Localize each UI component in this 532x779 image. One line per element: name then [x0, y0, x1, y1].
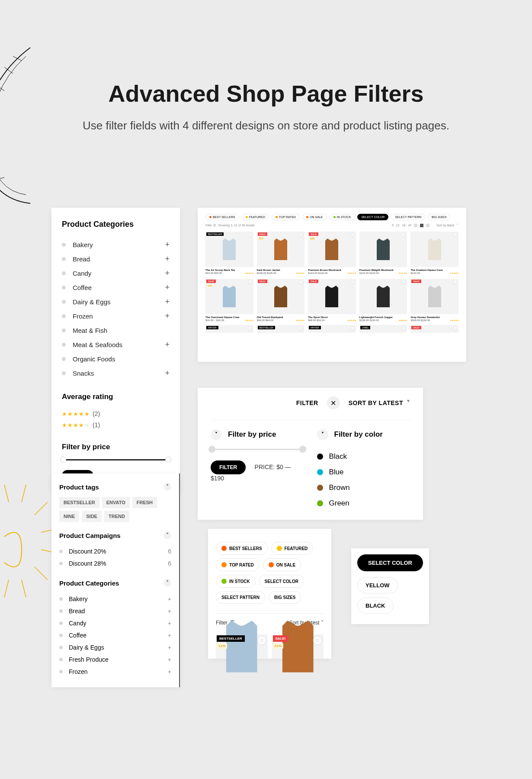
cols-9[interactable]: 9: [392, 224, 394, 227]
plus-icon[interactable]: +: [165, 240, 170, 249]
cols-12[interactable]: 12: [396, 224, 400, 227]
filter-toggle[interactable]: Filter: [205, 224, 212, 227]
plus-icon[interactable]: +: [165, 269, 170, 278]
category-item[interactable]: Fresh Produce+: [59, 653, 171, 666]
product-card[interactable]: The Gradient Alpaca Crew $144.00 ★★★★★: [410, 232, 458, 274]
color-option-black[interactable]: BLACK: [357, 598, 394, 614]
filter-pill[interactable]: ON SALE: [263, 558, 301, 571]
price-slider[interactable]: [62, 459, 170, 460]
filter-pill[interactable]: SELECT COLOR: [259, 575, 304, 588]
chevron-down-icon[interactable]: ˅: [317, 429, 328, 440]
heart-icon[interactable]: [313, 636, 322, 645]
category-item[interactable]: Snacks+: [62, 366, 170, 380]
filter-pill[interactable]: TOP RATED: [216, 558, 260, 571]
plus-icon[interactable]: +: [165, 340, 170, 349]
product-card[interactable]: WINTER: [308, 325, 356, 335]
heart-icon[interactable]: [350, 280, 355, 284]
filter-pill[interactable]: IN STOCK: [216, 575, 256, 588]
filter-pill[interactable]: FEATURED: [242, 214, 269, 220]
category-item[interactable]: Bakery+: [59, 593, 171, 605]
product-card[interactable]: SALE! 21% Dark Brown Jacket $168.00 $135…: [257, 232, 305, 274]
product-card[interactable]: SALE!: [410, 325, 458, 335]
filter-pill[interactable]: SELECT PATTERN: [216, 591, 265, 604]
category-item[interactable]: Frozen+: [62, 309, 170, 323]
category-item[interactable]: Coffee+: [62, 280, 170, 295]
filter-pill[interactable]: BIG SIZES: [428, 214, 450, 220]
color-filter-item[interactable]: Brown: [317, 480, 410, 496]
plus-icon[interactable]: +: [168, 668, 171, 675]
category-item[interactable]: Bakery+: [62, 238, 170, 252]
select-color-button[interactable]: SELECT COLOR: [357, 554, 423, 571]
category-item[interactable]: Candy+: [62, 266, 170, 280]
color-filter-item[interactable]: Green: [317, 496, 410, 511]
filter-pill[interactable]: BIG SIZES: [269, 591, 301, 604]
cols-18[interactable]: 18: [402, 224, 406, 227]
heart-icon[interactable]: [248, 233, 252, 237]
heart-icon[interactable]: [453, 233, 457, 237]
plus-icon[interactable]: +: [168, 632, 171, 639]
plus-icon[interactable]: +: [165, 369, 170, 378]
close-icon[interactable]: ✕: [327, 396, 340, 409]
campaign-item[interactable]: Discount 28%6: [59, 557, 171, 570]
color-option-yellow[interactable]: YELLOW: [357, 577, 398, 593]
color-filter-item[interactable]: Black: [317, 449, 410, 464]
cols-24[interactable]: 24: [408, 224, 411, 227]
plus-icon[interactable]: +: [168, 608, 171, 615]
product-card[interactable]: SALE! Gray Human Sweatshirt $168.00 $160…: [410, 279, 458, 322]
sort-dropdown[interactable]: Sort by latest: [436, 224, 454, 227]
plus-icon[interactable]: +: [165, 312, 170, 321]
sort-by-latest[interactable]: SORT BY LATEST: [349, 399, 403, 406]
rating-filter[interactable]: ★★★★★(1): [62, 419, 170, 431]
plus-icon[interactable]: +: [165, 297, 170, 306]
select-color-pill[interactable]: SELECT COLOR: [357, 214, 388, 220]
plus-icon[interactable]: +: [168, 656, 171, 663]
price-slider[interactable]: [211, 449, 304, 450]
product-card[interactable]: SALE! The Sport Short $48.00 $34.00 ★★★★…: [308, 279, 356, 322]
heart-icon[interactable]: [248, 280, 252, 284]
product-tag[interactable]: TREND: [104, 511, 129, 522]
heart-icon[interactable]: [257, 636, 266, 645]
plus-icon[interactable]: +: [165, 283, 170, 292]
chevron-down-icon[interactable]: ˅: [163, 579, 171, 587]
category-item[interactable]: Coffee+: [59, 629, 171, 641]
heart-icon[interactable]: [350, 326, 355, 331]
product-card[interactable]: SALE! 19% Premium Brown Mockneck $144.00…: [308, 232, 356, 274]
category-item[interactable]: Dairy & Eggs+: [62, 295, 170, 309]
chevron-down-icon[interactable]: ˅: [211, 429, 222, 440]
product-card[interactable]: Lightweight French Jogger $138.00 $130.0…: [359, 279, 407, 322]
chevron-down-icon[interactable]: ˅: [163, 483, 171, 491]
plus-icon[interactable]: +: [168, 644, 171, 651]
product-card[interactable]: BESTSELLER The Air Scoop-Neck Tee $44.00…: [205, 232, 253, 274]
category-item[interactable]: Bread+: [62, 252, 170, 266]
rating-filter[interactable]: ★★★★★(2): [62, 408, 170, 419]
filter-pill[interactable]: IN STOCK: [330, 214, 355, 220]
category-item[interactable]: Meat & Fish: [62, 323, 170, 338]
product-card[interactable]: SALE! 11% The Oversized Alpaca Crew $16.…: [205, 279, 253, 322]
product-tag[interactable]: FRESH: [132, 497, 157, 508]
category-item[interactable]: Dairy & Eggs+: [59, 641, 171, 653]
product-card[interactable]: LABEL: [359, 325, 407, 335]
category-item[interactable]: Frozen+: [59, 666, 171, 678]
product-tag[interactable]: NINE: [59, 511, 79, 522]
product-tag[interactable]: ENVATO: [102, 497, 130, 508]
category-item[interactable]: Bread+: [59, 605, 171, 617]
chevron-down-icon[interactable]: ˅: [163, 531, 171, 539]
product-card[interactable]: BESTSELLER 11%: [216, 634, 268, 659]
heart-icon[interactable]: [350, 233, 355, 237]
filter-pill[interactable]: ON SALE: [302, 214, 327, 220]
filter-pill[interactable]: TOP RATED: [272, 214, 300, 220]
filter-pill[interactable]: SELECT PATTERN: [391, 214, 425, 220]
product-card[interactable]: BESTSELLER: [257, 325, 305, 335]
filter-pill[interactable]: BEST SELLERS: [216, 542, 268, 555]
heart-icon[interactable]: [248, 326, 252, 331]
product-card[interactable]: SALE! 21%: [272, 634, 324, 659]
heart-icon[interactable]: [453, 280, 457, 284]
filter-pill[interactable]: FEATURED: [271, 542, 314, 555]
product-card[interactable]: Premium Walgilit Mockneck $144.00 $120.0…: [359, 232, 407, 274]
product-card[interactable]: SALE! Old Transit Backpack $69.00 $64.00…: [257, 279, 305, 322]
filter-pill[interactable]: BEST SELLERS: [205, 214, 239, 220]
heart-icon[interactable]: [453, 326, 457, 331]
filter-button[interactable]: FILTER: [211, 460, 246, 474]
product-tag[interactable]: BESTSELLER: [59, 497, 99, 508]
plus-icon[interactable]: +: [168, 620, 171, 627]
